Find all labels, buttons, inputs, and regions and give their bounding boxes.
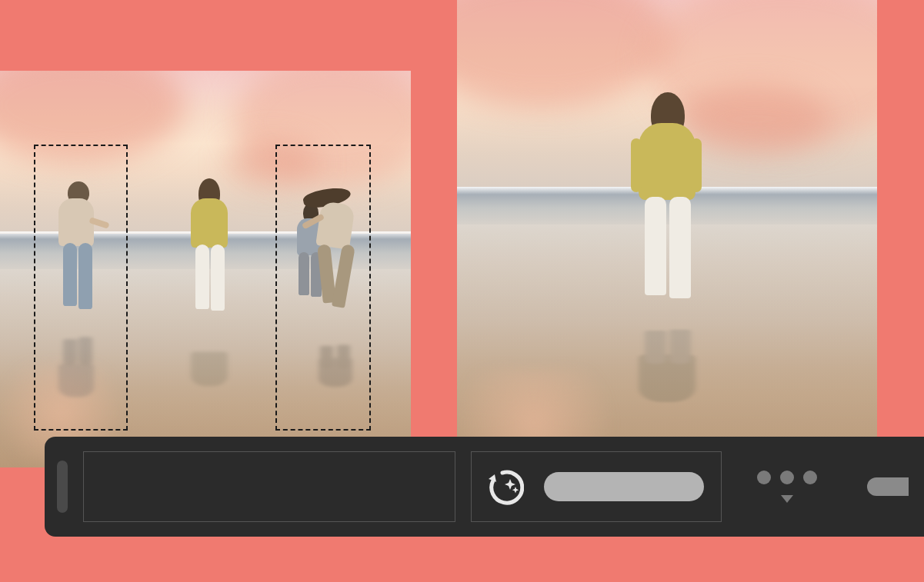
figure-1-reflection <box>48 344 109 409</box>
variations-dropdown[interactable] <box>757 471 817 503</box>
generative-fill-sparkle-icon <box>487 468 524 505</box>
after-image-panel[interactable] <box>457 0 877 467</box>
figure-2-reflection <box>182 341 237 401</box>
figure-4-reflection <box>297 344 366 399</box>
figure-center <box>625 92 709 308</box>
beach-scene-right <box>457 0 877 467</box>
before-image-panel[interactable] <box>0 71 411 467</box>
figure-2-center <box>182 178 237 317</box>
figure-1 <box>48 181 109 320</box>
chevron-down-icon <box>781 495 793 503</box>
contextual-task-bar <box>45 437 924 537</box>
prompt-input-panel[interactable] <box>83 451 455 522</box>
cloud <box>226 140 319 186</box>
properties-pill[interactable] <box>867 477 909 496</box>
more-options-icon <box>757 471 817 484</box>
beach-scene-left <box>0 71 411 467</box>
generate-button[interactable] <box>544 472 704 501</box>
figure-center-reflection <box>625 340 709 421</box>
generate-action-panel <box>471 451 722 522</box>
figure-4 <box>297 185 366 315</box>
toolbar-drag-grip[interactable] <box>57 461 68 513</box>
